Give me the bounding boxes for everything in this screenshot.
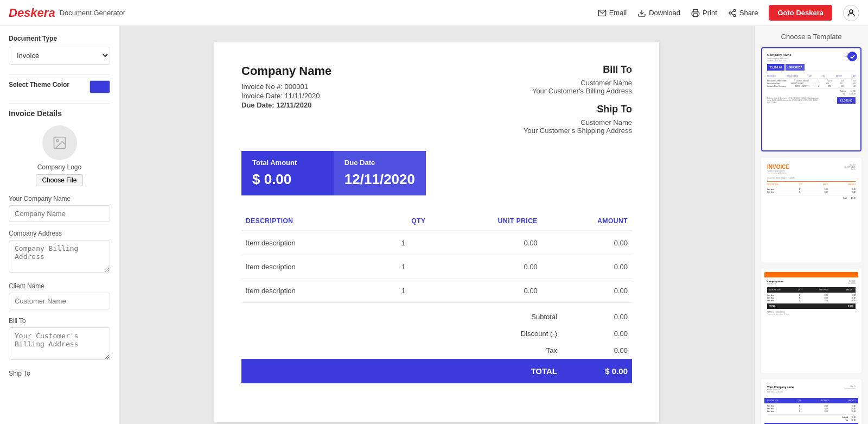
invoice-no: Invoice No #: 000001 — [241, 83, 331, 91]
invoice-company-info: Company Name Invoice No #: 000001 Invoic… — [241, 64, 331, 110]
user-icon — [846, 8, 856, 18]
due-date-box-value: 12/11/2020 — [344, 171, 415, 188]
bill-to-section: Bill To Customer Name Your Customer's Bi… — [524, 64, 632, 95]
print-action[interactable]: Print — [691, 9, 717, 17]
template-2-preview: INVOICE Your Company name Your company a… — [764, 161, 858, 259]
theme-color-swatch[interactable] — [90, 80, 110, 93]
company-name-group: Your Company Name — [9, 195, 110, 222]
total-amount-label: Total Amount — [252, 159, 323, 167]
col-description: DESCRIPTION — [241, 212, 377, 231]
document-type-label: Document Type — [9, 35, 110, 42]
due-date-box: Due Date 12/11/2020 — [334, 151, 426, 195]
svg-rect-2 — [693, 14, 698, 16]
row-qty: 1 — [377, 255, 430, 279]
company-name-input[interactable] — [9, 205, 110, 222]
company-logo-section: Company Logo Choose File — [9, 125, 110, 186]
totals-section: Subtotal 0.00 Discount (-) 0.00 Tax 0.00… — [241, 308, 632, 383]
discount-row: Discount (-) 0.00 — [241, 325, 632, 342]
invoice-card: Company Name Invoice No #: 000001 Invoic… — [214, 42, 659, 422]
company-address-group: Company Address — [9, 230, 110, 275]
company-logo-label: Company Logo — [37, 163, 81, 171]
summary-boxes: Total Amount $ 0.00 Due Date 12/11/2020 — [241, 151, 426, 195]
bill-to-input[interactable] — [9, 327, 110, 360]
template-3-preview: Company Name Address line INVOICE No: 00… — [764, 272, 858, 370]
invoice-details-title: Invoice Details — [9, 109, 110, 118]
template-2[interactable]: INVOICE Your Company name Your company a… — [761, 158, 861, 262]
row-amount: 0.00 — [542, 231, 632, 255]
share-action[interactable]: Share — [728, 9, 758, 17]
email-label: Email — [609, 9, 627, 17]
theme-color-label: Select Theme Color — [9, 81, 69, 88]
left-sidebar: Document Type Invoice Quote Receipt Sele… — [0, 26, 119, 424]
download-action[interactable]: Download — [637, 9, 680, 17]
due-date-box-label: Due Date — [344, 159, 415, 167]
invoice-table: DESCRIPTION QTY UNIT PRICE AMOUNT Item d… — [241, 212, 632, 303]
goto-deskera-button[interactable]: Goto Deskera — [769, 5, 832, 21]
document-type-select[interactable]: Invoice Quote Receipt — [9, 47, 110, 65]
template-3[interactable]: Company Name Address line INVOICE No: 00… — [761, 269, 861, 373]
share-label: Share — [739, 9, 758, 17]
row-description: Item description — [241, 279, 377, 303]
download-icon — [637, 9, 646, 17]
ship-to-section: Ship To Customer Name Your Customer's Sh… — [524, 104, 632, 135]
row-amount: 0.00 — [542, 279, 632, 303]
svg-point-5 — [733, 14, 736, 16]
total-final-label: TOTAL — [476, 366, 557, 376]
svg-point-10 — [56, 140, 59, 142]
row-unit-price: 0.00 — [430, 279, 542, 303]
email-icon — [598, 9, 607, 17]
svg-point-8 — [850, 10, 853, 13]
check-icon — [850, 54, 856, 60]
logo-circle — [42, 125, 77, 160]
user-avatar[interactable] — [843, 5, 859, 21]
template-1[interactable]: Company name Your company address Invoic… — [761, 47, 861, 151]
col-amount: AMOUNT — [542, 212, 632, 231]
company-address-input[interactable] — [9, 240, 110, 273]
ship-to-group: Ship To — [9, 370, 110, 377]
bill-to-group: Bill To — [9, 317, 110, 362]
ship-to-title: Ship To — [524, 104, 632, 115]
choose-file-button[interactable]: Choose File — [36, 174, 82, 186]
row-description: Item description — [241, 231, 377, 255]
table-row: Item description 1 0.00 0.00 — [241, 279, 632, 303]
app-subtitle: Document Generator — [60, 9, 125, 17]
document-type-section: Document Type Invoice Quote Receipt — [9, 35, 110, 65]
company-name-label: Your Company Name — [9, 195, 110, 202]
download-label: Download — [649, 9, 680, 17]
bill-to-label: Bill To — [9, 317, 110, 325]
client-name-input[interactable] — [9, 293, 110, 309]
print-icon — [691, 9, 700, 17]
template-4-preview: Your Company name Invoice No: 00001 Due … — [764, 383, 858, 424]
row-qty: 1 — [377, 279, 430, 303]
company-address-label: Company Address — [9, 230, 110, 237]
total-amount-value: $ 0.00 — [252, 171, 323, 188]
invoice-header: Company Name Invoice No #: 000001 Invoic… — [241, 64, 632, 135]
template-4[interactable]: Your Company name Invoice No: 00001 Due … — [761, 379, 861, 424]
print-label: Print — [703, 9, 717, 17]
subtotal-value: 0.00 — [584, 313, 628, 321]
logo-text: Deskera — [9, 6, 55, 20]
tax-label: Tax — [476, 346, 557, 355]
discount-label: Discount (-) — [476, 330, 557, 338]
row-unit-price: 0.00 — [430, 255, 542, 279]
share-icon — [728, 9, 737, 17]
invoice-preview-area: Company Name Invoice No #: 000001 Invoic… — [119, 26, 754, 424]
app-header: Deskera Document Generator Email Downloa… — [0, 0, 868, 26]
total-final-value: $ 0.00 — [584, 366, 628, 376]
email-action[interactable]: Email — [598, 9, 627, 17]
invoice-bill-ship: Bill To Customer Name Your Customer's Bi… — [524, 64, 632, 135]
row-description: Item description — [241, 255, 377, 279]
total-amount-box: Total Amount $ 0.00 — [241, 151, 334, 195]
invoice-due-date: Due Date: 12/11/2020 — [241, 101, 331, 109]
theme-color-section: Select Theme Color — [9, 80, 110, 93]
invoice-date: Invoice Date: 11/11/2020 — [241, 92, 331, 100]
sidebar-divider-1 — [9, 74, 110, 75]
total-final-row: TOTAL $ 0.00 — [241, 359, 632, 383]
tax-row: Tax 0.00 — [241, 342, 632, 359]
bill-to-customer: Customer Name — [524, 79, 632, 87]
logo-area: Deskera Document Generator — [9, 6, 125, 20]
subtotal-row: Subtotal 0.00 — [241, 308, 632, 325]
svg-line-7 — [731, 11, 733, 12]
ship-to-address: Your Customer's Shipping Address — [524, 126, 632, 135]
bill-to-address: Your Customer's Billing Address — [524, 87, 632, 95]
